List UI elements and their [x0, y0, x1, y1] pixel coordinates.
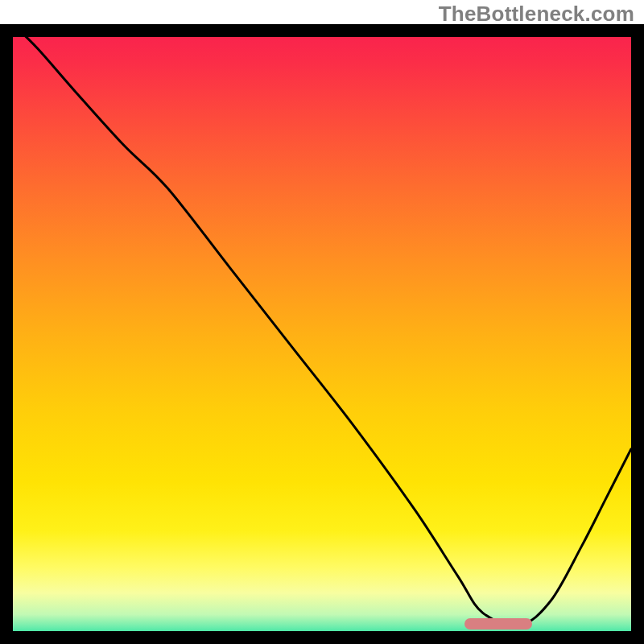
plot-border-right — [631, 24, 644, 644]
watermark-text: TheBottleneck.com — [439, 2, 634, 27]
plot-border-bottom — [0, 631, 644, 644]
plot-border-top — [0, 24, 644, 37]
plot-border-left — [0, 24, 13, 644]
optimal-range-marker — [464, 618, 532, 630]
bottleneck-curve — [13, 24, 631, 631]
chart-frame: TheBottleneck.com — [0, 0, 644, 644]
plot-area — [13, 24, 631, 631]
